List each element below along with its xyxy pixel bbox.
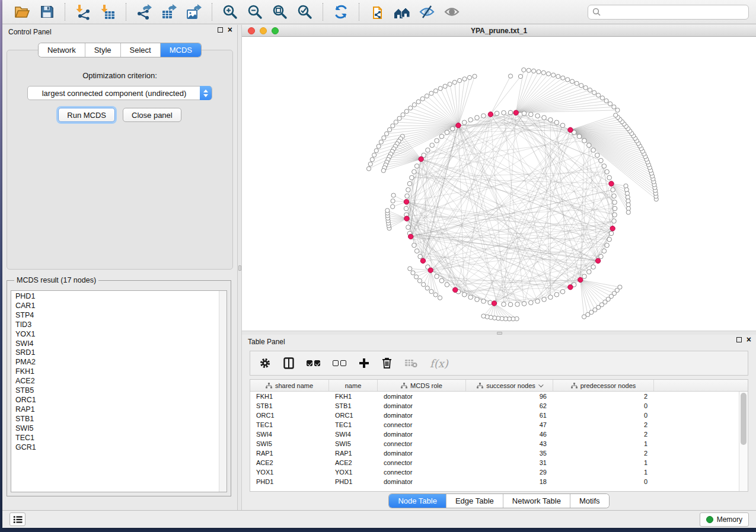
graph-node[interactable] bbox=[366, 166, 371, 171]
graph-node[interactable] bbox=[433, 89, 438, 93]
graph-node[interactable] bbox=[554, 120, 559, 125]
table-cell[interactable]: dominator bbox=[378, 477, 466, 486]
graph-node[interactable] bbox=[406, 188, 411, 193]
network-view[interactable] bbox=[242, 37, 756, 331]
table-cell[interactable]: connector bbox=[378, 458, 466, 467]
table-cell[interactable]: 18 bbox=[466, 477, 553, 486]
graph-node[interactable] bbox=[605, 169, 610, 174]
graph-node[interactable] bbox=[529, 300, 534, 305]
panel-menu-button[interactable] bbox=[9, 512, 25, 526]
graph-node[interactable] bbox=[582, 315, 586, 319]
table-cell[interactable]: STB1 bbox=[329, 401, 378, 411]
graph-node[interactable] bbox=[626, 210, 630, 214]
graph-node[interactable] bbox=[404, 109, 409, 113]
graph-node[interactable] bbox=[422, 283, 426, 287]
graph-node[interactable] bbox=[385, 209, 390, 213]
zoom-selected-icon[interactable] bbox=[295, 2, 314, 21]
graph-node[interactable] bbox=[409, 106, 413, 110]
graph-node[interactable] bbox=[604, 99, 608, 103]
graph-node[interactable] bbox=[568, 127, 573, 132]
table-cell[interactable]: 1 bbox=[553, 439, 654, 448]
graph-node[interactable] bbox=[426, 148, 430, 153]
close-window-icon[interactable] bbox=[248, 27, 255, 34]
graph-node[interactable] bbox=[591, 265, 596, 270]
table-cell[interactable]: TEC1 bbox=[250, 420, 329, 430]
list-item[interactable]: RAP1 bbox=[11, 405, 218, 415]
graph-node[interactable] bbox=[439, 134, 444, 139]
graph-node[interactable] bbox=[435, 274, 439, 279]
list-item[interactable]: SRD1 bbox=[11, 348, 218, 358]
graph-node[interactable] bbox=[379, 140, 383, 144]
table-cell[interactable] bbox=[654, 430, 739, 439]
graph-node[interactable] bbox=[475, 116, 480, 120]
graph-node[interactable] bbox=[575, 81, 579, 85]
graph-node[interactable] bbox=[529, 112, 534, 117]
table-row[interactable]: FKH1FKH1dominator962 bbox=[250, 392, 739, 401]
table-cell[interactable]: 1 bbox=[553, 467, 654, 477]
close-panel-icon[interactable]: × bbox=[228, 27, 232, 33]
horizontal-splitter[interactable] bbox=[242, 331, 756, 335]
list-item[interactable]: CAR1 bbox=[11, 302, 218, 311]
tab-network[interactable]: Network bbox=[39, 43, 85, 57]
graph-node[interactable] bbox=[607, 175, 612, 180]
table-cell[interactable]: 1 bbox=[553, 458, 654, 467]
delete-table-icon[interactable] bbox=[404, 358, 417, 368]
graph-node[interactable] bbox=[592, 91, 596, 95]
tab-select[interactable]: Select bbox=[120, 43, 160, 57]
graph-node[interactable] bbox=[566, 78, 570, 82]
first-neighbors-icon[interactable] bbox=[393, 2, 412, 21]
graph-node[interactable] bbox=[488, 112, 493, 117]
list-item[interactable]: FKH1 bbox=[11, 367, 218, 377]
table-cell[interactable]: PHD1 bbox=[329, 477, 378, 486]
graph-node[interactable] bbox=[450, 127, 455, 132]
graph-node[interactable] bbox=[387, 127, 391, 132]
tab-mcds[interactable]: MCDS bbox=[160, 43, 201, 57]
graph-node[interactable] bbox=[430, 143, 435, 148]
table-cell[interactable]: 61 bbox=[466, 411, 553, 420]
table-cell[interactable]: ORC1 bbox=[250, 411, 329, 420]
graph-node[interactable] bbox=[595, 153, 600, 158]
minimize-window-icon[interactable] bbox=[260, 27, 267, 34]
graph-node[interactable] bbox=[404, 216, 409, 221]
scrollbar-thumb[interactable] bbox=[741, 393, 747, 445]
graph-node[interactable] bbox=[410, 175, 414, 180]
table-cell[interactable] bbox=[654, 411, 739, 420]
graph-node[interactable] bbox=[612, 105, 616, 109]
graph-node[interactable] bbox=[560, 123, 565, 128]
graph-node[interactable] bbox=[599, 254, 604, 259]
graph-node[interactable] bbox=[582, 139, 587, 143]
refresh-icon[interactable] bbox=[331, 2, 350, 21]
graph-node[interactable] bbox=[405, 194, 410, 198]
search-input[interactable] bbox=[604, 8, 744, 16]
graph-node[interactable] bbox=[595, 258, 600, 263]
graph-node[interactable] bbox=[535, 114, 540, 118]
list-item[interactable]: SWI5 bbox=[11, 424, 218, 434]
graph-node[interactable] bbox=[394, 120, 398, 124]
graph-node[interactable] bbox=[546, 72, 550, 76]
zoom-in-icon[interactable] bbox=[221, 2, 240, 21]
run-mcds-button[interactable]: Run MCDS bbox=[58, 108, 115, 122]
tab-network-table[interactable]: Network Table bbox=[503, 494, 570, 508]
zoom-fit-icon[interactable] bbox=[270, 2, 289, 21]
graph-node[interactable] bbox=[438, 86, 442, 91]
table-cell[interactable]: 2 bbox=[553, 392, 654, 401]
table-cell[interactable] bbox=[654, 477, 739, 486]
table-cell[interactable]: 2 bbox=[553, 420, 654, 430]
graph-node[interactable] bbox=[596, 93, 601, 97]
graph-node[interactable] bbox=[522, 68, 526, 72]
table-cell[interactable]: 31 bbox=[466, 458, 553, 467]
graph-node[interactable] bbox=[502, 111, 506, 116]
graph-node[interactable] bbox=[372, 153, 377, 157]
graph-node[interactable] bbox=[425, 94, 429, 98]
table-row[interactable]: ACE2ACE2connector311 bbox=[250, 458, 739, 467]
graph-node[interactable] bbox=[548, 295, 553, 300]
graph-node[interactable] bbox=[462, 77, 467, 81]
graph-node[interactable] bbox=[515, 302, 520, 307]
graph-node[interactable] bbox=[508, 74, 512, 78]
import-table-icon[interactable] bbox=[98, 2, 117, 21]
table-cell[interactable]: FKH1 bbox=[250, 392, 329, 401]
table-cell[interactable]: dominator bbox=[378, 430, 466, 439]
graph-node[interactable] bbox=[397, 116, 401, 120]
graph-node[interactable] bbox=[391, 204, 395, 209]
graph-node[interactable] bbox=[416, 100, 420, 104]
